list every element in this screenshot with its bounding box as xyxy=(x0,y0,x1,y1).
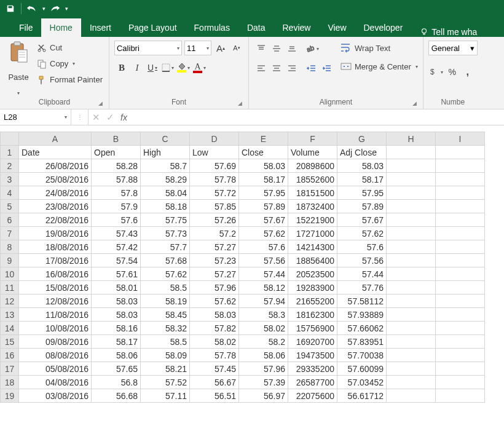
row-header[interactable]: 18 xyxy=(1,376,19,389)
cell[interactable]: 57.56 xyxy=(337,254,387,267)
cell[interactable]: 57.8 xyxy=(92,186,141,200)
cell[interactable]: 11/08/2016 xyxy=(19,308,92,322)
underline-button[interactable]: U▾ xyxy=(145,60,160,76)
cell[interactable]: 58.5 xyxy=(141,335,190,349)
cell[interactable]: 17/08/2016 xyxy=(19,254,92,267)
font-name-select[interactable]: Calibri▾ xyxy=(114,41,182,55)
row-header[interactable]: 14 xyxy=(1,322,19,335)
cell[interactable]: 57.62 xyxy=(239,227,288,240)
column-header[interactable]: I xyxy=(436,132,485,146)
cell[interactable]: 57.60099 xyxy=(337,362,387,376)
fill-color-button[interactable]: ▾ xyxy=(176,60,191,76)
cell[interactable]: 57.27 xyxy=(190,267,239,281)
cell[interactable]: 57.44 xyxy=(239,267,288,281)
cell[interactable]: 57.69 xyxy=(190,159,239,173)
cell[interactable] xyxy=(436,295,485,308)
cell[interactable]: 57.95 xyxy=(337,186,387,200)
cell[interactable]: 58.09 xyxy=(141,349,190,362)
comma-style-button[interactable]: , xyxy=(460,64,475,80)
row-header[interactable]: 11 xyxy=(1,281,19,295)
cell[interactable]: Adj Close xyxy=(337,146,387,159)
cell[interactable]: 03/08/2016 xyxy=(19,389,92,403)
cell[interactable]: 57.03452 xyxy=(337,376,387,389)
cell[interactable]: 16920700 xyxy=(288,335,337,349)
cell[interactable]: Open xyxy=(92,146,141,159)
cell[interactable] xyxy=(436,200,485,213)
cell[interactable]: 57.2 xyxy=(190,227,239,240)
cell[interactable] xyxy=(387,146,436,159)
cell[interactable] xyxy=(436,240,485,254)
row-header[interactable]: 16 xyxy=(1,349,19,362)
cell[interactable]: 58.03 xyxy=(337,159,387,173)
cell[interactable]: 57.65 xyxy=(92,362,141,376)
cell[interactable]: 58.18 xyxy=(141,200,190,213)
cell[interactable]: 57.56 xyxy=(239,254,288,267)
tab-review[interactable]: Review xyxy=(274,18,320,37)
align-top-button[interactable] xyxy=(254,41,269,57)
cell[interactable]: 56.61712 xyxy=(337,389,387,403)
cell[interactable]: 04/08/2016 xyxy=(19,376,92,389)
border-button[interactable]: ▾ xyxy=(160,60,175,76)
tab-insert[interactable]: Insert xyxy=(81,18,120,37)
cell[interactable]: 19473500 xyxy=(288,349,337,362)
orientation-button[interactable]: ab▾ xyxy=(304,41,320,57)
cell[interactable]: 58.01 xyxy=(92,281,141,295)
cell[interactable] xyxy=(436,389,485,403)
cell[interactable]: 58.03 xyxy=(92,308,141,322)
cell[interactable]: 58.3 xyxy=(239,308,288,322)
row-header[interactable]: 15 xyxy=(1,335,19,349)
cell[interactable]: 57.39 xyxy=(239,376,288,389)
cell[interactable] xyxy=(387,173,436,186)
cell[interactable]: 57.7 xyxy=(141,240,190,254)
cell[interactable]: 21655200 xyxy=(288,295,337,308)
cell[interactable]: 58.19 xyxy=(141,295,190,308)
column-header[interactable]: B xyxy=(92,132,141,146)
cell[interactable]: 57.43 xyxy=(92,227,141,240)
tab-formulas[interactable]: Formulas xyxy=(186,18,238,37)
cell[interactable]: 57.89 xyxy=(239,200,288,213)
row-header[interactable]: 7 xyxy=(1,227,19,240)
cell[interactable]: 57.67 xyxy=(239,213,288,227)
cell[interactable]: 29335200 xyxy=(288,362,337,376)
increase-indent-button[interactable] xyxy=(320,60,334,76)
cell[interactable]: 58.03 xyxy=(190,308,239,322)
cell[interactable]: 24/08/2016 xyxy=(19,186,92,200)
cell[interactable]: 57.62 xyxy=(337,227,387,240)
align-left-button[interactable] xyxy=(254,60,269,76)
clipboard-launcher[interactable]: ◢ xyxy=(98,100,103,106)
cell[interactable]: 57.93889 xyxy=(337,308,387,322)
formula-input[interactable] xyxy=(131,109,504,125)
cell[interactable]: 58.16 xyxy=(92,322,141,335)
cell[interactable]: 56.8 xyxy=(92,376,141,389)
cell[interactable]: 57.94 xyxy=(239,295,288,308)
column-header[interactable]: D xyxy=(190,132,239,146)
cell[interactable]: 57.62 xyxy=(141,267,190,281)
cell[interactable]: 57.88 xyxy=(92,173,141,186)
cell[interactable]: 57.70038 xyxy=(337,349,387,362)
cell[interactable]: 58.17 xyxy=(337,173,387,186)
cell[interactable] xyxy=(436,267,485,281)
tab-data[interactable]: Data xyxy=(238,18,274,37)
row-header[interactable]: 2 xyxy=(1,159,19,173)
cell[interactable] xyxy=(387,349,436,362)
cell[interactable]: 58.06 xyxy=(239,349,288,362)
cell[interactable]: Close xyxy=(239,146,288,159)
decrease-indent-button[interactable] xyxy=(304,60,319,76)
column-header[interactable]: A xyxy=(19,132,92,146)
cell[interactable] xyxy=(387,281,436,295)
cell[interactable] xyxy=(436,146,485,159)
cell[interactable]: 58.02 xyxy=(190,335,239,349)
number-format-select[interactable]: General▾ xyxy=(428,41,478,55)
cell[interactable]: 05/08/2016 xyxy=(19,362,92,376)
select-all-corner[interactable] xyxy=(1,132,19,146)
row-header[interactable]: 17 xyxy=(1,362,19,376)
cell[interactable] xyxy=(436,254,485,267)
worksheet-grid[interactable]: ABCDEFGHI 1DateOpenHighLowCloseVolumeAdj… xyxy=(0,132,504,403)
cell[interactable]: 57.44 xyxy=(337,267,387,281)
cell[interactable]: 26/08/2016 xyxy=(19,159,92,173)
tab-home[interactable]: Home xyxy=(41,18,81,37)
cell[interactable]: 18151500 xyxy=(288,186,337,200)
italic-button[interactable]: I xyxy=(130,60,144,76)
cell[interactable]: 57.76 xyxy=(337,281,387,295)
cell[interactable]: 57.62 xyxy=(190,295,239,308)
